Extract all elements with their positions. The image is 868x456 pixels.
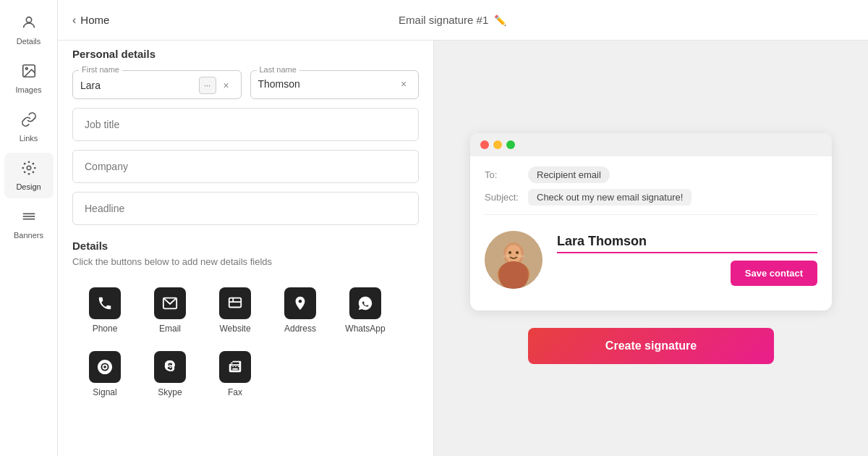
design-icon — [21, 160, 37, 180]
titlebar-red-dot — [480, 140, 489, 149]
sidebar-item-details[interactable]: Details — [4, 7, 54, 53]
email-titlebar — [470, 133, 832, 156]
phone-label: Phone — [93, 324, 118, 334]
images-icon — [21, 63, 37, 83]
signal-label: Signal — [93, 387, 116, 397]
content-area: Personal details First name Lara ··· × L… — [58, 41, 868, 456]
sidebar-item-banners[interactable]: Banners — [4, 201, 54, 247]
last-name-field[interactable]: Last name Thomson × — [250, 70, 420, 99]
sidebar: Details Images Links — [0, 0, 58, 456]
svg-point-5 — [27, 173, 30, 175]
address-button[interactable]: Address — [268, 279, 333, 342]
personal-details-heading: Personal details — [72, 41, 419, 70]
header-title-area: Email signature #1 ✏️ — [399, 14, 506, 26]
whatsapp-icon — [349, 287, 381, 319]
first-name-field[interactable]: First name Lara ··· × — [72, 70, 242, 99]
main-area: ‹ Home Email signature #1 ✏️ Personal de… — [58, 0, 868, 456]
last-name-value: Thomson — [258, 78, 300, 90]
signal-button[interactable]: Signal — [72, 342, 137, 406]
svg-point-27 — [503, 255, 510, 258]
save-contact-button[interactable]: Save contact — [731, 261, 817, 286]
banners-icon — [21, 208, 37, 228]
first-name-label: First name — [79, 65, 122, 74]
company-input[interactable] — [72, 150, 419, 183]
job-title-input[interactable] — [72, 108, 419, 141]
titlebar-yellow-dot — [493, 140, 502, 149]
name-fields-row: First name Lara ··· × Last name Thomson — [72, 70, 419, 99]
avatar-illustration — [485, 231, 542, 289]
svg-point-0 — [26, 17, 31, 22]
signature-info: Lara Thomson Save contact — [557, 234, 817, 286]
edit-title-icon[interactable]: ✏️ — [494, 14, 506, 26]
svg-point-11 — [23, 171, 25, 173]
svg-point-10 — [32, 163, 34, 165]
signature-line — [557, 252, 817, 253]
sidebar-item-banners-label: Banners — [14, 231, 43, 240]
sidebar-item-links[interactable]: Links — [4, 104, 54, 150]
create-signature-button[interactable]: Create signature — [528, 328, 774, 364]
right-panel: To: Recipient email Subject: Check out m… — [434, 41, 868, 456]
first-name-clear-button[interactable]: × — [219, 78, 234, 93]
svg-point-6 — [22, 167, 24, 169]
website-icon — [219, 287, 251, 319]
details-section-subtitle: Click the buttons below to add new detai… — [72, 256, 419, 267]
to-row: To: Recipient email — [485, 166, 817, 183]
svg-point-28 — [517, 255, 524, 258]
back-button[interactable]: ‹ Home — [72, 14, 109, 27]
email-icon — [154, 287, 186, 319]
fax-button[interactable]: Fax — [203, 342, 268, 406]
phone-button[interactable]: Phone — [72, 279, 137, 342]
website-label: Website — [219, 324, 250, 334]
left-panel: Personal details First name Lara ··· × L… — [58, 41, 434, 456]
email-button[interactable]: Email — [137, 279, 203, 342]
email-preview-card: To: Recipient email Subject: Check out m… — [470, 133, 832, 311]
sidebar-item-design[interactable]: Design — [4, 153, 54, 198]
subject-row: Subject: Check out my new email signatur… — [485, 189, 817, 206]
svg-point-9 — [32, 171, 34, 173]
icon-buttons-grid: Phone Email — [72, 279, 419, 406]
address-label: Address — [284, 324, 316, 334]
last-name-actions: × — [396, 77, 411, 91]
back-label: Home — [80, 14, 109, 26]
whatsapp-label: WhatsApp — [345, 324, 385, 334]
signal-icon — [89, 351, 121, 383]
svg-point-3 — [27, 166, 31, 170]
sidebar-item-details-label: Details — [17, 37, 41, 46]
skype-button[interactable]: Skype — [137, 342, 203, 406]
email-divider — [485, 214, 817, 215]
website-button[interactable]: Website — [203, 279, 268, 342]
sidebar-item-images[interactable]: Images — [4, 56, 54, 101]
details-icon — [21, 14, 37, 34]
signature-area: Lara Thomson Save contact — [485, 224, 817, 296]
subject-label: Subject: — [485, 192, 521, 203]
first-name-actions: ··· × — [199, 77, 234, 94]
headline-input[interactable] — [72, 192, 419, 225]
details-section-title: Details — [72, 240, 419, 252]
email-label: Email — [159, 324, 181, 334]
last-name-clear-button[interactable]: × — [396, 77, 411, 91]
skype-icon — [154, 351, 186, 383]
svg-point-4 — [27, 161, 30, 163]
first-name-more-button[interactable]: ··· — [199, 77, 216, 94]
subject-text: Check out my new email signature! — [528, 189, 692, 206]
svg-point-2 — [25, 67, 27, 69]
header: ‹ Home Email signature #1 ✏️ — [58, 0, 868, 41]
first-name-content: Lara ··· × — [80, 77, 234, 94]
skype-label: Skype — [158, 387, 182, 397]
last-name-content: Thomson × — [258, 77, 412, 91]
avatar — [485, 231, 542, 289]
to-label: To: — [485, 169, 521, 180]
address-icon — [284, 287, 316, 319]
details-section: Details Click the buttons below to add n… — [72, 240, 419, 406]
titlebar-green-dot — [506, 140, 515, 149]
email-body: To: Recipient email Subject: Check out m… — [470, 156, 832, 311]
svg-point-24 — [509, 251, 511, 254]
first-name-value: Lara — [80, 80, 101, 91]
signature-name: Lara Thomson — [557, 234, 817, 249]
svg-point-25 — [516, 251, 519, 254]
signature-title: Email signature #1 — [399, 14, 488, 26]
back-chevron-icon: ‹ — [72, 14, 76, 27]
recipient-chip: Recipient email — [528, 166, 610, 183]
links-icon — [21, 111, 37, 131]
whatsapp-button[interactable]: WhatsApp — [333, 279, 398, 342]
